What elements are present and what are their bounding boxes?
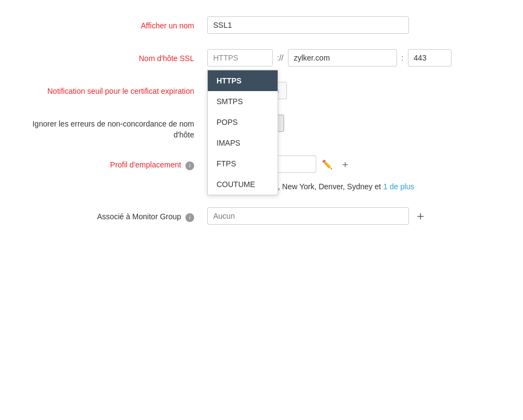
ssl-hostname-row: Nom d'hôte SSL HTTPS :// : HTTPS SMTPS P… <box>22 49 501 67</box>
ssl-hostname-control: HTTPS :// : HTTPS SMTPS POPS IMAPS FTPS … <box>207 49 501 67</box>
assoc-row: Associé à Monitor Group i ＋ <box>22 207 501 225</box>
ssl-hostname-label: Nom d'hôte SSL <box>22 49 207 64</box>
notification-label: Notification seuil pour le certificat ex… <box>22 82 207 97</box>
protocol-option-smtps[interactable]: SMTPS <box>208 91 278 112</box>
conjunction-text: et <box>375 182 381 191</box>
profile-info-icon[interactable]: i <box>185 161 194 170</box>
protocol-option-pops[interactable]: POPS <box>208 112 278 133</box>
display-name-label: Afficher un nom <box>22 16 207 32</box>
more-locations-link[interactable]: 1 de plus <box>383 182 414 191</box>
port-colon: : <box>399 53 406 62</box>
protocol-option-coutume[interactable]: COUTUME <box>208 174 278 195</box>
protocol-option-https[interactable]: HTTPS <box>208 70 278 91</box>
protocol-option-imaps[interactable]: IMAPS <box>208 133 278 153</box>
url-separator: :// <box>275 53 286 62</box>
profile-label: Profil d'emplacement i <box>22 155 207 171</box>
ssl-host-wrapper: HTTPS :// : HTTPS SMTPS POPS IMAPS FTPS … <box>207 49 452 67</box>
ignore-errors-label: Ignorer les erreurs de non-concordance d… <box>22 115 207 140</box>
protocol-dropdown-menu: HTTPS SMTPS POPS IMAPS FTPS COUTUME <box>207 70 278 195</box>
display-name-row: Afficher un nom <box>22 16 501 34</box>
assoc-input[interactable] <box>207 207 409 225</box>
add-assoc-button[interactable]: ＋ <box>412 208 429 224</box>
assoc-label: Associé à Monitor Group i <box>22 207 207 223</box>
protocol-dropdown[interactable]: HTTPS <box>207 49 273 67</box>
edit-profile-button[interactable]: ✏️ <box>320 157 335 172</box>
assoc-control: ＋ <box>207 207 501 225</box>
protocol-option-ftps[interactable]: FTPS <box>208 153 278 174</box>
display-name-control <box>207 16 501 34</box>
hostname-input[interactable] <box>288 49 397 67</box>
port-input[interactable] <box>408 49 452 67</box>
add-profile-button[interactable]: ＋ <box>338 155 352 173</box>
display-name-input[interactable] <box>207 16 409 34</box>
assoc-info-icon[interactable]: i <box>185 213 194 222</box>
protocol-selected-label: HTTPS <box>213 53 238 62</box>
